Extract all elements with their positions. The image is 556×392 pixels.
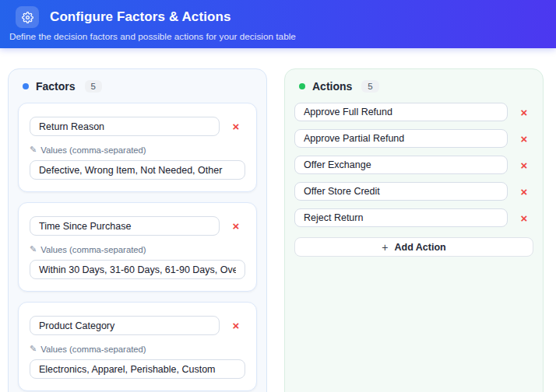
plus-icon: +: [382, 241, 388, 254]
action-row: ×: [294, 129, 533, 148]
values-label: ✎ Values (comma-separated): [30, 244, 245, 254]
factor-values-input[interactable]: [30, 160, 245, 180]
gear-icon: [16, 6, 39, 28]
action-row: ×: [294, 156, 533, 174]
pencil-icon: ✎: [30, 344, 37, 354]
factor-values-input[interactable]: [30, 359, 245, 379]
values-label-text: Values (comma-separated): [40, 245, 146, 254]
values-label-text: Values (comma-separated): [40, 145, 146, 155]
remove-action-button[interactable]: ×: [515, 156, 533, 174]
factors-panel: Factors 5 × ✎ Values (comma-separated) ×…: [8, 68, 267, 392]
factors-panel-header: Factors 5: [23, 80, 255, 93]
page-header: Configure Factors & Actions Define the d…: [0, 0, 556, 48]
factor-card: × ✎ Values (comma-separated): [18, 202, 257, 292]
remove-factor-button[interactable]: ×: [227, 317, 245, 335]
values-label: ✎ Values (comma-separated): [30, 145, 245, 155]
page-title: Configure Factors & Actions: [50, 9, 231, 25]
remove-action-button[interactable]: ×: [515, 208, 533, 227]
pencil-icon: ✎: [30, 244, 37, 254]
actions-panel-title: Actions: [312, 80, 352, 93]
factor-name-input[interactable]: [30, 216, 220, 236]
page-subtitle: Define the decision factors and possible…: [9, 31, 547, 42]
values-label-text: Values (comma-separated): [40, 345, 146, 354]
add-action-button[interactable]: + Add Action: [294, 237, 533, 257]
factors-count-badge: 5: [85, 80, 102, 93]
values-label: ✎ Values (comma-separated): [30, 344, 245, 354]
remove-factor-button[interactable]: ×: [227, 117, 245, 136]
main-content: Factors 5 × ✎ Values (comma-separated) ×…: [0, 48, 556, 392]
factor-name-input[interactable]: [30, 316, 220, 335]
factors-panel-title: Factors: [36, 80, 76, 93]
add-action-label: Add Action: [394, 242, 445, 253]
remove-action-button[interactable]: ×: [515, 129, 533, 148]
remove-action-button[interactable]: ×: [515, 182, 533, 201]
factors-dot-icon: [23, 83, 29, 89]
action-name-input[interactable]: [294, 208, 508, 227]
actions-count-badge: 5: [361, 80, 378, 93]
action-name-input[interactable]: [294, 182, 508, 201]
action-name-input[interactable]: [294, 103, 508, 121]
remove-factor-button[interactable]: ×: [227, 217, 245, 236]
actions-dot-icon: [299, 83, 305, 89]
action-row: ×: [294, 208, 533, 227]
remove-action-button[interactable]: ×: [515, 103, 533, 121]
factor-values-input[interactable]: [30, 260, 245, 279]
actions-panel: Actions 5 × × × × × + Add Action: [284, 68, 544, 392]
pencil-icon: ✎: [30, 145, 37, 155]
action-name-input[interactable]: [294, 156, 508, 174]
factor-card: × ✎ Values (comma-separated): [18, 103, 257, 192]
action-row: ×: [294, 103, 533, 121]
action-name-input[interactable]: [294, 129, 508, 148]
action-row: ×: [294, 182, 533, 201]
factor-card: × ✎ Values (comma-separated): [18, 302, 257, 391]
actions-panel-header: Actions 5: [299, 80, 532, 93]
factor-name-input[interactable]: [30, 117, 220, 136]
